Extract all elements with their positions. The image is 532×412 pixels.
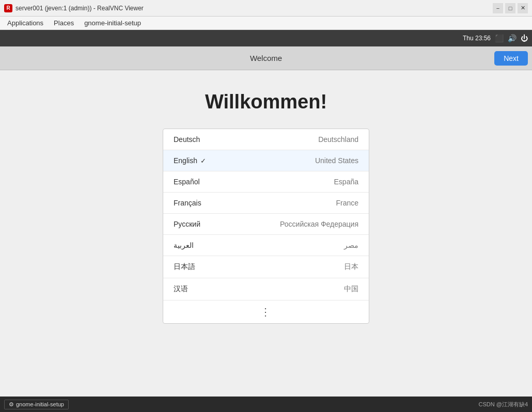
language-name: العربية [174, 241, 194, 249]
language-region: 中国 [344, 284, 358, 294]
title-bar: R server001 (jeven:1 (admin)) - RealVNC … [0, 0, 532, 17]
language-region: France [336, 199, 358, 207]
network-icon: ⬛ [495, 34, 504, 42]
taskbar-app-icon: ⚙ [9, 401, 14, 408]
language-region: Российская Федерация [280, 220, 358, 228]
menu-bar: Applications Places gnome-initial-setup [0, 17, 532, 30]
restore-button[interactable]: □ [505, 3, 515, 13]
welcome-heading: Willkommen! [205, 91, 327, 113]
close-button[interactable]: ✕ [518, 3, 528, 13]
menu-applications[interactable]: Applications [2, 18, 49, 28]
language-name: Español [174, 178, 200, 186]
language-list: DeutschDeutschlandEnglish ✓United States… [163, 129, 369, 324]
language-region: 日本 [344, 262, 358, 272]
system-time: Thu 23:56 [463, 35, 491, 42]
language-region: مصر [344, 241, 358, 249]
language-name: Français [174, 199, 201, 207]
welcome-section: Willkommen! DeutschDeutschlandEnglish ✓U… [0, 70, 532, 397]
selected-checkmark: ✓ [200, 157, 206, 165]
language-row[interactable]: FrançaisFrance [163, 193, 369, 214]
language-region: Deutschland [318, 135, 358, 144]
language-row[interactable]: العربيةمصر [163, 235, 369, 256]
menu-gnome-setup[interactable]: gnome-initial-setup [79, 18, 146, 28]
language-row[interactable]: English ✓United States [163, 150, 369, 171]
language-name: English ✓ [174, 156, 206, 165]
taskbar-right-text: CSDN @江湖有缺4 [478, 401, 528, 408]
top-bar-right: Thu 23:56 ⬛ 🔊 ⏻ [463, 34, 528, 42]
main-content: Welcome Next Willkommen! DeutschDeutschl… [0, 46, 532, 397]
more-options-dots[interactable]: ⋮ [163, 300, 369, 323]
language-name: Русский [174, 220, 200, 228]
language-row[interactable]: EspañolEspaña [163, 171, 369, 193]
language-row[interactable]: РусскийРоссийская Федерация [163, 214, 369, 235]
taskbar-app-label: gnome-initial-setup [16, 401, 64, 407]
next-button[interactable]: Next [494, 51, 528, 66]
window-controls: − □ ✕ [493, 3, 528, 13]
minimize-button[interactable]: − [493, 3, 503, 13]
language-row[interactable]: 汉语中国 [163, 278, 369, 300]
menu-places[interactable]: Places [49, 18, 79, 28]
language-name: Deutsch [174, 135, 200, 144]
language-name: 日本語 [174, 262, 195, 272]
language-row[interactable]: 日本語日本 [163, 256, 369, 278]
app-icon: R [4, 4, 12, 12]
power-icon: ⏻ [521, 34, 528, 42]
window-title: server001 (jeven:1 (admin)) - RealVNC Vi… [15, 5, 493, 12]
system-top-bar: Thu 23:56 ⬛ 🔊 ⏻ [0, 30, 532, 46]
language-region: United States [315, 156, 358, 165]
audio-icon: 🔊 [508, 34, 517, 42]
taskbar: ⚙ gnome-initial-setup CSDN @江湖有缺4 [0, 397, 532, 412]
language-region: España [334, 178, 358, 186]
taskbar-left: ⚙ gnome-initial-setup [4, 400, 69, 409]
gnome-header: Welcome Next [0, 46, 532, 70]
page-title: Welcome [250, 54, 282, 62]
language-row[interactable]: DeutschDeutschland [163, 129, 369, 150]
taskbar-app-item[interactable]: ⚙ gnome-initial-setup [4, 400, 69, 409]
language-name: 汉语 [174, 284, 188, 294]
